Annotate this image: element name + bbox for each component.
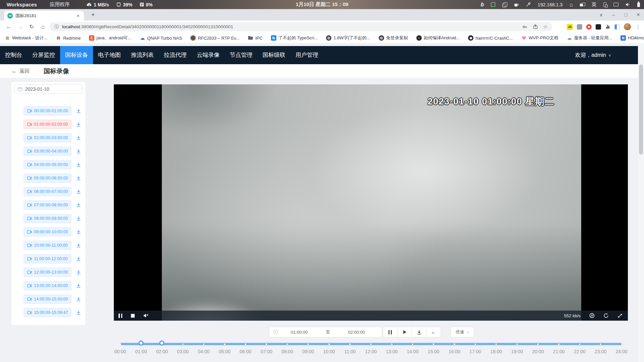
download-button[interactable] [412,327,426,337]
bookmark-item[interactable]: Redmine [56,35,81,41]
segment-download-button[interactable] [76,216,81,221]
nav-tab[interactable]: 云端录像 [192,46,225,64]
player-stop-button[interactable] [131,314,135,318]
player-pause-button[interactable] [119,314,122,318]
nav-tab[interactable]: 国标级联 [258,46,290,64]
display-icon[interactable] [613,3,618,6]
nav-tab[interactable]: 用户管理 [290,46,323,64]
segment-download-button[interactable] [76,149,81,154]
extension-red-icon[interactable] [586,24,592,30]
coffee-cup-icon[interactable] [514,2,519,7]
extensions-puzzle-icon[interactable] [605,24,610,30]
time-from-value[interactable]: 01:00:00 [278,330,321,335]
memory-usage-indicator[interactable]: 8% [140,2,152,7]
nav-tab[interactable]: 分屏监控 [27,46,60,64]
timeline-handle[interactable] [139,340,144,346]
share-icon[interactable] [533,24,538,29]
extension-black-icon[interactable] [596,24,601,30]
input-method-indicator[interactable]: 英 [592,2,596,8]
segment-download-button[interactable] [76,202,81,208]
segment-download-button[interactable] [76,256,81,262]
segment-button[interactable]: 02:00:00-03:00:00 [24,133,72,143]
segment-button[interactable]: 11:00:00-12:00:00 [24,254,72,264]
timeline-handle[interactable] [159,340,165,346]
bookmark-item[interactable]: 免登录复制 [379,35,408,41]
segment-button[interactable]: 10:00:00-11:00:00 [24,241,72,250]
segment-button[interactable]: 12:00:00-13:00:00 [24,268,72,277]
playback-speed-button[interactable]: 倍速 ∨ [451,327,474,337]
nav-tab[interactable]: 电子地图 [93,46,126,64]
bookmark-item[interactable]: IPC [248,35,263,41]
segment-button[interactable]: 06:00:00-07:00:00 [24,187,72,196]
extension-gray-icon[interactable] [577,24,582,30]
nav-tab[interactable]: 推流列表 [126,46,159,64]
bookmark-item[interactable]: 1.8W字|了不起的... [326,35,370,41]
segment-download-button[interactable] [76,310,81,315]
video-player[interactable]: 2023-01-10 01:00:00 星期二 552 kb/s [114,84,628,321]
segment-download-button[interactable] [76,122,81,127]
mute-icon[interactable] [143,313,149,318]
page-scrollbar[interactable] [638,43,644,362]
extension-sidepanel-icon[interactable] [614,24,620,30]
window-close-icon[interactable]: × [636,11,641,18]
back-arrow-icon[interactable]: ← [11,68,17,75]
segment-download-button[interactable] [76,283,81,288]
segment-download-button[interactable] [76,135,81,140]
bookmark-item[interactable]: HDAtmos :: 种子 *... [620,35,644,41]
nav-tab[interactable]: 拉流代理 [159,46,192,64]
profile-avatar[interactable] [624,23,631,30]
window-maximize-icon[interactable]: □ [624,12,628,17]
bookmark-star-icon[interactable]: ☆ [543,24,548,30]
workspaces-menu[interactable]: Workspaces [7,2,37,7]
browser-menu-icon[interactable]: ⋮ [635,24,641,30]
seek-back-button[interactable]: ← [426,327,441,337]
refresh-icon[interactable] [603,313,609,318]
segment-button[interactable]: 04:00:00-05:00:00 [24,160,72,169]
clipboard-icon[interactable] [502,2,507,7]
pause-button[interactable] [383,327,398,337]
segment-button[interactable]: 01:00:00-02:00:00 [24,120,72,129]
segment-button[interactable]: 09:00:00-10:00:00 [24,227,72,237]
segment-download-button[interactable] [76,243,81,248]
extension-js-icon[interactable]: JS [567,24,573,30]
back-button[interactable]: ← [4,21,13,33]
bookmark-item[interactable]: java、android可... [89,35,131,41]
play-button[interactable] [397,327,412,337]
nav-tab[interactable]: 国标设备 [60,46,93,64]
password-key-icon[interactable] [522,24,527,30]
segment-download-button[interactable] [76,229,81,235]
segment-button[interactable]: 13:00:00-14:00:00 [24,281,72,290]
time-range-picker[interactable]: 01:00:00 至 02:00:00 [269,327,382,337]
phone-link-icon[interactable] [603,2,606,7]
bookmark-item[interactable]: QNAP Turbo NAS [140,35,182,41]
address-bar[interactable]: ⓘ localhost:38080/#/gbRecordDetail/34020… [50,22,552,31]
cpu-usage-indicator[interactable]: 39% [116,2,132,7]
time-to-value[interactable]: 02:00:00 [335,330,378,335]
ip-address-indicator[interactable]: 192.168.1.3 [538,2,562,7]
reload-button[interactable]: ↻ [27,21,36,33]
network-speed-indicator[interactable]: 1 MB/s [87,2,109,7]
video-surface[interactable]: 2023-01-10 01:00:00 星期二 [162,84,581,321]
bookmark-item[interactable]: Webstack - 设计... [5,35,47,41]
segment-download-button[interactable] [76,189,81,194]
snapshot-shutter-icon[interactable] [589,313,595,318]
applications-menu[interactable]: 应用程序 [50,1,70,8]
window-minimize-icon[interactable]: – [611,12,616,17]
clock-menu[interactable]: 1月10日 星期二 15：09 [296,1,349,8]
nav-user-menu[interactable]: 欢迎，admin ∨ [575,46,611,64]
tab-close-icon[interactable]: × [76,13,81,18]
tab-search-chevron-icon[interactable]: ∨ [599,12,603,17]
nav-tab[interactable]: 控制台 [0,46,27,64]
nav-tab[interactable]: 节点管理 [225,46,258,64]
volume-icon[interactable] [626,2,630,7]
forward-button[interactable]: → [15,21,25,33]
bookmark-item[interactable]: WVP-PRO文档 [521,35,558,41]
segment-button[interactable]: 05:00:00-06:00:00 [24,173,72,183]
browser-tab[interactable]: W 国标28181 × [4,11,84,21]
bookmark-item[interactable]: hairrrrr/C-CrashC... [468,35,513,41]
segment-button[interactable]: 00:00:00-01:00:00 [24,106,72,116]
bookmark-item[interactable]: RFC2833 – RTP Ev... [190,35,239,41]
segment-button[interactable]: 07:00:00-08:00:00 [24,200,72,210]
date-picker-input[interactable]: 2023-01-10 [14,84,82,94]
timeline-track[interactable] [120,343,622,345]
